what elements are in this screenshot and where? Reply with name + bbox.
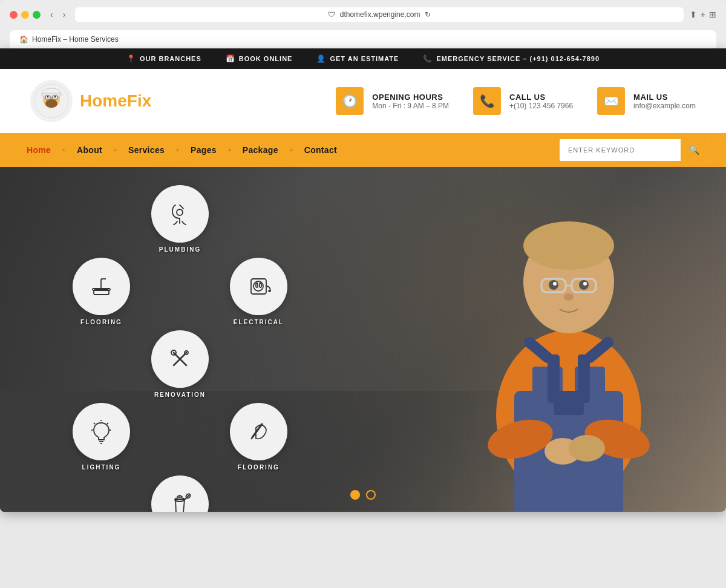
browser-tab[interactable]: 🏠 HomeFix – Home Services bbox=[10, 30, 716, 48]
address-bar[interactable]: 🛡 dthomefix.wpengine.com ↻ bbox=[75, 7, 683, 22]
nav-links: Home ✦ About ✦ Services ✦ Pages ✦ Packag… bbox=[18, 136, 560, 165]
flooring2-label: FLOORING bbox=[238, 464, 280, 471]
branches-label: OUR BRANCHES bbox=[140, 55, 201, 62]
branches-link[interactable]: 📍 OUR BRANCHES bbox=[126, 54, 201, 63]
book-online-link[interactable]: 📅 BOOK ONLINE bbox=[226, 54, 293, 63]
new-tab-icon[interactable]: + bbox=[701, 10, 705, 19]
lighting-label: LIGHTING bbox=[82, 464, 121, 471]
nav-services[interactable]: Services bbox=[120, 136, 173, 165]
header-info: 🕐 OPENING HOURS Mon - Fri : 9 AM – 8 PM … bbox=[169, 87, 696, 115]
estimate-icon: 👤 bbox=[316, 54, 326, 63]
nav-dot-1: ✦ bbox=[62, 148, 66, 153]
browser-actions: ⬆ + ⊞ bbox=[690, 10, 716, 19]
service-electrical[interactable]: ELECTRICAL bbox=[230, 258, 287, 325]
nav-about[interactable]: About bbox=[68, 136, 111, 165]
service-flooring[interactable]: FLOORING bbox=[73, 258, 130, 325]
svg-point-33 bbox=[177, 209, 183, 215]
logo[interactable]: HomeFix bbox=[30, 80, 151, 122]
service-plumbing[interactable]: PLUMBING bbox=[151, 185, 209, 253]
browser-dots bbox=[10, 11, 41, 19]
svg-point-18 bbox=[553, 282, 557, 286]
slider-dot-2[interactable] bbox=[366, 490, 376, 500]
nav-dot-2: ✦ bbox=[113, 148, 117, 153]
nav-dot-3: ✦ bbox=[175, 148, 180, 153]
search-button[interactable]: 🔍 bbox=[681, 139, 708, 161]
website: 📍 OUR BRANCHES 📅 BOOK ONLINE 👤 GET AN ES… bbox=[0, 48, 726, 512]
browser-controls: ‹ › 🛡 dthomefix.wpengine.com ↻ ⬆ + ⊞ bbox=[10, 7, 716, 28]
grid-icon[interactable]: ⊞ bbox=[709, 10, 716, 19]
nav-pages[interactable]: Pages bbox=[182, 136, 225, 165]
book-online-label: BOOK ONLINE bbox=[239, 55, 293, 62]
svg-rect-3 bbox=[42, 93, 61, 96]
slider-dot-1[interactable] bbox=[350, 490, 360, 500]
flooring-label: FLOORING bbox=[80, 319, 122, 325]
svg-point-27 bbox=[569, 435, 605, 462]
forward-button[interactable]: › bbox=[59, 8, 70, 21]
emergency-label: EMERGENCY SERVICE – (+91) 012-654-7890 bbox=[436, 55, 600, 62]
svg-line-55 bbox=[251, 437, 252, 439]
svg-line-53 bbox=[94, 423, 95, 424]
logo-icon bbox=[30, 80, 73, 122]
phone-call-icon: 📞 bbox=[473, 87, 501, 115]
call-us-label: CALL US bbox=[509, 93, 573, 102]
worker-image bbox=[442, 185, 696, 512]
get-estimate-label: GET AN ESTIMATE bbox=[330, 55, 399, 62]
logo-bold: Home bbox=[80, 91, 127, 110]
reload-icon[interactable]: ↻ bbox=[425, 10, 431, 19]
electrical-label: ELECTRICAL bbox=[234, 319, 284, 325]
mail-us-label: MAIL US bbox=[633, 93, 696, 102]
hero-section: PLUMBING FLOORING bbox=[0, 167, 726, 512]
calendar-icon: 📅 bbox=[226, 54, 235, 63]
clock-icon: 🕐 bbox=[336, 87, 364, 115]
mail-us-value: info@example.com bbox=[633, 102, 696, 110]
logo-text: HomeFix bbox=[80, 91, 151, 111]
svg-rect-41 bbox=[260, 283, 261, 287]
mail-us-text: MAIL US info@example.com bbox=[633, 93, 696, 110]
top-bar: 📍 OUR BRANCHES 📅 BOOK ONLINE 👤 GET AN ES… bbox=[0, 48, 726, 69]
get-estimate-link[interactable]: 👤 GET AN ESTIMATE bbox=[316, 54, 399, 63]
back-button[interactable]: ‹ bbox=[47, 8, 57, 21]
call-us-value: +(10) 123 456 7966 bbox=[509, 102, 573, 110]
svg-point-7 bbox=[45, 99, 57, 108]
svg-point-20 bbox=[564, 293, 574, 301]
nav-contact[interactable]: Contact bbox=[296, 136, 345, 165]
location-icon: 📍 bbox=[126, 54, 136, 63]
opening-hours-item: 🕐 OPENING HOURS Mon - Fri : 9 AM – 8 PM bbox=[336, 87, 449, 115]
nav-dot-4: ✦ bbox=[227, 148, 232, 153]
url-text: dthomefix.wpengine.com bbox=[340, 10, 420, 19]
slider-dots bbox=[350, 490, 376, 500]
emergency-link[interactable]: 📞 EMERGENCY SERVICE – (+91) 012-654-7890 bbox=[423, 54, 600, 63]
search-input[interactable] bbox=[560, 140, 681, 160]
service-flooring2[interactable]: FLOORING bbox=[230, 403, 287, 471]
svg-point-12 bbox=[523, 221, 614, 270]
minimize-dot[interactable] bbox=[21, 11, 29, 19]
close-dot[interactable] bbox=[10, 11, 18, 19]
call-us-text: CALL US +(10) 123 456 7966 bbox=[509, 93, 573, 110]
maximize-dot[interactable] bbox=[33, 11, 41, 19]
svg-rect-40 bbox=[256, 283, 258, 287]
logo-color: Fix bbox=[127, 91, 151, 110]
nav-dot-5: ✦ bbox=[289, 148, 293, 153]
search-area: 🔍 bbox=[560, 139, 708, 161]
mail-icon: ✉️ bbox=[597, 87, 625, 115]
service-lighting[interactable]: LIGHTING bbox=[73, 403, 130, 471]
service-painting[interactable]: PAINTING bbox=[151, 475, 209, 512]
svg-point-19 bbox=[583, 282, 587, 286]
svg-point-9 bbox=[54, 96, 56, 98]
tab-favicon: 🏠 bbox=[19, 35, 28, 44]
browser-chrome: ‹ › 🛡 dthomefix.wpengine.com ↻ ⬆ + ⊞ 🏠 H… bbox=[0, 0, 726, 48]
service-renovation[interactable]: RENOVATION bbox=[151, 330, 209, 398]
call-us-item: 📞 CALL US +(10) 123 456 7966 bbox=[473, 87, 573, 115]
site-header: HomeFix 🕐 OPENING HOURS Mon - Fri : 9 AM… bbox=[0, 69, 726, 133]
opening-hours-label: OPENING HOURS bbox=[372, 93, 449, 102]
nav-package[interactable]: Package bbox=[234, 136, 287, 165]
phone-icon: 📞 bbox=[423, 54, 433, 63]
tab-title: HomeFix – Home Services bbox=[32, 35, 119, 44]
svg-rect-30 bbox=[554, 391, 584, 415]
opening-hours-value: Mon - Fri : 9 AM – 8 PM bbox=[372, 102, 449, 110]
navigation: Home ✦ About ✦ Services ✦ Pages ✦ Packag… bbox=[0, 133, 726, 167]
mail-us-item: ✉️ MAIL US info@example.com bbox=[597, 87, 696, 115]
nav-home[interactable]: Home bbox=[18, 136, 59, 165]
share-icon[interactable]: ⬆ bbox=[690, 10, 697, 19]
svg-point-8 bbox=[47, 96, 49, 98]
